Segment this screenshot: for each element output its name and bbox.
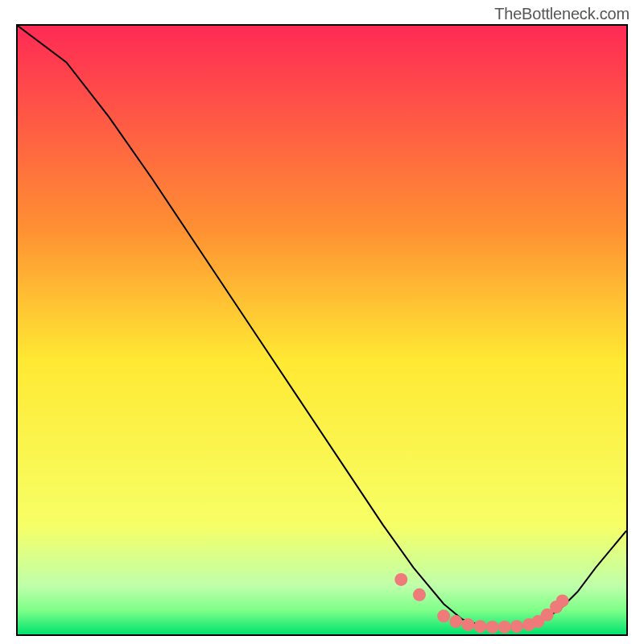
marker-point xyxy=(486,621,499,634)
marker-point xyxy=(437,609,450,622)
marker-point xyxy=(556,594,569,607)
chart-container: TheBottleneck.com xyxy=(0,0,644,644)
marker-point xyxy=(394,573,407,586)
plot-area xyxy=(16,24,628,636)
marker-point xyxy=(474,620,487,633)
marker-point xyxy=(413,588,426,601)
marker-point xyxy=(461,618,474,631)
marker-point xyxy=(510,620,523,633)
marker-point xyxy=(449,615,462,628)
attribution-label: TheBottleneck.com xyxy=(494,5,630,23)
marker-point xyxy=(498,621,511,634)
chart-svg xyxy=(18,26,626,634)
